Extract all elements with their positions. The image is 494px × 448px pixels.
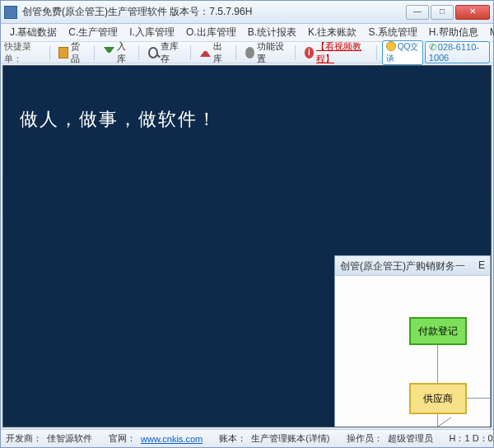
stats-value: H：1 D：0 DB：6900	[450, 432, 494, 445]
slogan-text: 做人，做事，做软件！	[20, 107, 217, 132]
toolbar-label: 快捷菜单：	[4, 40, 41, 65]
menu-help[interactable]: H.帮助信息	[423, 24, 484, 41]
qq-icon	[386, 41, 396, 51]
goods-button[interactable]: 货品	[54, 39, 89, 67]
node-payment[interactable]: 付款登记	[409, 317, 467, 345]
window-title: 创管免费(原企管王)生产管理软件 版本号：7.5.7.96H	[22, 5, 406, 19]
box-icon	[58, 47, 68, 58]
inbound-label: 入库	[117, 40, 130, 65]
gear-icon	[245, 47, 254, 58]
arrow-down-icon	[104, 47, 114, 58]
toolbar: 快捷菜单： 货品 入库 查库存 出库 功能设置 i 【看视频教程】	[1, 42, 493, 63]
account-label: 账本：	[219, 432, 246, 445]
statusbar: 开发商： 佳智源软件 官网： www.cnkis.com 账本： 生产管理账本(…	[1, 429, 493, 447]
operator-value: 超级管理员	[388, 432, 433, 445]
video-label: 【看视频教程】	[316, 40, 367, 65]
video-tutorial-button[interactable]: i 【看视频教程】	[301, 39, 371, 67]
separator	[235, 45, 236, 60]
app-icon	[4, 6, 17, 19]
node-supplier[interactable]: 供应商	[409, 383, 467, 414]
window-buttons: — □ ✕	[406, 5, 490, 20]
separator	[190, 45, 191, 60]
separator	[94, 45, 95, 60]
maximize-button[interactable]: □	[431, 5, 454, 20]
site-label: 官网：	[109, 432, 136, 445]
info-icon: i	[305, 47, 314, 58]
separator	[295, 45, 296, 60]
menu-more[interactable]: M.更多免费软件	[484, 24, 494, 41]
popup-titlebar[interactable]: 创管(原企管王)产购销财务一 E	[335, 256, 490, 276]
close-button[interactable]: ✕	[455, 5, 490, 20]
settings-label: 功能设置	[257, 40, 286, 65]
node-supplier-label: 供应商	[423, 392, 453, 406]
content-area: 做人，做事，做软件！ 创管(原企管王)产购销财务一 E 付款登记 供应商	[2, 65, 492, 427]
operator-label: 操作员：	[347, 432, 383, 445]
flowchart-popup[interactable]: 创管(原企管王)产购销财务一 E 付款登记 供应商	[334, 255, 491, 427]
telephone-badge[interactable]: ✆028-6110-1006	[425, 41, 490, 63]
developer-label: 开发商：	[6, 432, 42, 445]
connector-line	[437, 345, 438, 383]
node-payment-label: 付款登记	[418, 324, 458, 338]
inbound-button[interactable]: 入库	[100, 39, 134, 67]
separator	[376, 45, 377, 60]
search-icon	[148, 47, 158, 58]
account-value[interactable]: 生产管理账本(详情)	[251, 432, 329, 445]
minimize-button[interactable]: —	[406, 5, 429, 20]
main-window: 创管免费(原企管王)生产管理软件 版本号：7.5.7.96H — □ ✕ J.基…	[0, 0, 494, 448]
outbound-label: 出库	[213, 40, 226, 65]
separator	[138, 45, 139, 60]
phone-icon: ✆	[429, 42, 436, 52]
settings-button[interactable]: 功能设置	[241, 39, 290, 67]
site-link[interactable]: www.cnkis.com	[141, 434, 203, 444]
stock-button[interactable]: 查库存	[144, 39, 185, 67]
titlebar: 创管免费(原企管王)生产管理软件 版本号：7.5.7.96H — □ ✕	[1, 1, 493, 24]
popup-body: 付款登记 供应商	[335, 276, 490, 427]
arrow-up-icon	[200, 45, 211, 57]
connector-line	[417, 417, 452, 427]
separator	[49, 45, 50, 60]
connector-line	[467, 398, 492, 399]
popup-title-suffix: E	[478, 259, 485, 271]
outbound-button[interactable]: 出库	[196, 39, 231, 67]
popup-title-text: 创管(原企管王)产购销财务一	[340, 260, 465, 272]
developer-name: 佳智源软件	[47, 432, 92, 445]
menu-system[interactable]: S.系统管理	[362, 24, 422, 41]
stock-label: 查库存	[161, 40, 182, 65]
qq-chat-button[interactable]: QQ交谈	[382, 40, 423, 65]
goods-label: 货品	[71, 40, 85, 65]
